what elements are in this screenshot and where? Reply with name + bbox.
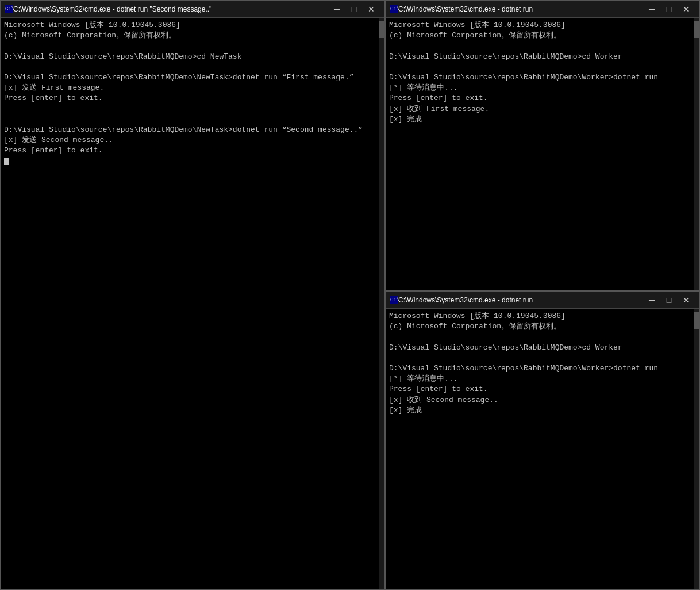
scrollbar-thumb-left[interactable]: [379, 21, 384, 38]
titlebar-buttons-right-bottom: ─ □ ✕: [643, 292, 695, 309]
scrollbar-right-top[interactable]: [694, 18, 699, 290]
titlebar-buttons-right-top: ─ □ ✕: [643, 1, 695, 18]
cmd-window-right-bottom[interactable]: C:\ C:\Windows\System32\cmd.exe - dotnet…: [385, 291, 700, 590]
minimize-button-left[interactable]: ─: [328, 1, 345, 18]
minimize-button-right-bottom[interactable]: ─: [643, 292, 660, 309]
maximize-button-right-bottom[interactable]: □: [660, 292, 678, 309]
maximize-button-right-top[interactable]: □: [660, 1, 678, 18]
titlebar-title-right-top: C:\Windows\System32\cmd.exe - dotnet run: [398, 5, 639, 13]
terminal-content-left: Microsoft Windows [版本 10.0.19045.3086] (…: [1, 18, 379, 589]
titlebar-left: C:\ C:\Windows\System32\cmd.exe - dotnet…: [1, 1, 384, 18]
cmd-icon-right-bottom: C:\: [390, 296, 398, 304]
terminal-content-right-bottom: Microsoft Windows [版本 10.0.19045.3086] (…: [386, 309, 694, 589]
maximize-button-left[interactable]: □: [345, 1, 363, 18]
titlebar-title-left: C:\Windows\System32\cmd.exe - dotnet run…: [13, 5, 324, 13]
scrollbar-left[interactable]: [379, 18, 384, 589]
scrollbar-right-bottom[interactable]: [694, 309, 699, 589]
scrollbar-thumb-right-bottom[interactable]: [694, 312, 699, 329]
titlebar-right-bottom: C:\ C:\Windows\System32\cmd.exe - dotnet…: [386, 292, 699, 309]
terminal-content-right-top: Microsoft Windows [版本 10.0.19045.3086] (…: [386, 18, 694, 290]
scrollbar-thumb-right-top[interactable]: [694, 21, 699, 38]
close-button-left[interactable]: ✕: [363, 1, 380, 18]
titlebar-right-top: C:\ C:\Windows\System32\cmd.exe - dotnet…: [386, 1, 699, 18]
close-button-right-bottom[interactable]: ✕: [678, 292, 695, 309]
cmd-icon-left: C:\: [5, 5, 13, 13]
cmd-window-right-top[interactable]: C:\ C:\Windows\System32\cmd.exe - dotnet…: [385, 0, 700, 291]
minimize-button-right-top[interactable]: ─: [643, 1, 660, 18]
titlebar-title-right-bottom: C:\Windows\System32\cmd.exe - dotnet run: [398, 296, 639, 304]
cmd-icon-right-top: C:\: [390, 5, 398, 13]
cmd-window-left[interactable]: C:\ C:\Windows\System32\cmd.exe - dotnet…: [0, 0, 385, 590]
close-button-right-top[interactable]: ✕: [678, 1, 695, 18]
right-side: C:\ C:\Windows\System32\cmd.exe - dotnet…: [385, 0, 700, 590]
titlebar-buttons-left: ─ □ ✕: [328, 1, 380, 18]
